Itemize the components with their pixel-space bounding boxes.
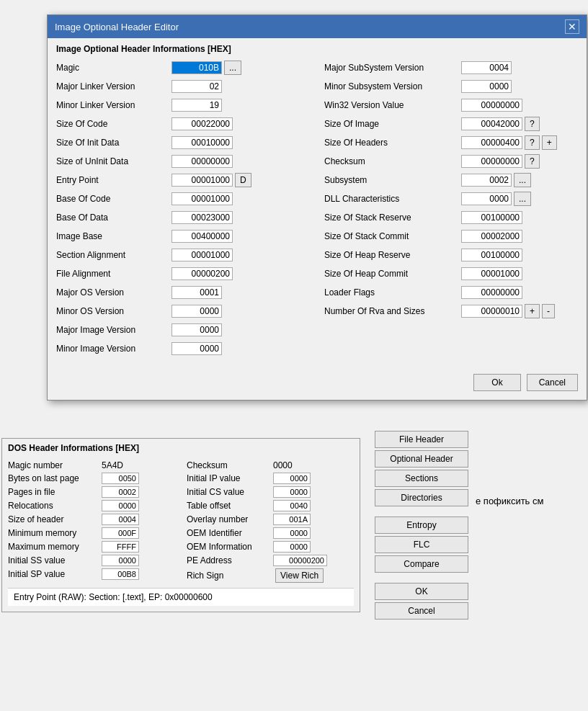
size-headers-plus-btn[interactable]: + <box>542 135 557 150</box>
dos-input-pe-address[interactable] <box>273 555 327 566</box>
input-major-subsys[interactable] <box>461 61 512 74</box>
dos-row-rich-sign: Rich Sign View Rich <box>187 568 354 583</box>
dos-input-size-header[interactable] <box>102 514 139 525</box>
dialog-footer: Ok Cancel <box>56 368 578 391</box>
dos-row-oem-id: OEM Identifier <box>187 527 354 539</box>
input-base-data[interactable] <box>172 211 233 224</box>
dll-chars-btn[interactable]: ... <box>514 192 531 206</box>
input-minor-subsys[interactable] <box>461 80 512 93</box>
dos-header-panel: DOS Header Informations [HEX] Magic numb… <box>1 438 360 612</box>
input-file-align[interactable] <box>172 267 233 280</box>
input-dll-chars[interactable] <box>461 192 512 205</box>
dos-input-table-offset[interactable] <box>273 500 311 511</box>
field-row-rva-sizes: Number Of Rva and Sizes + - <box>324 303 578 319</box>
magic-btn[interactable]: ... <box>224 61 241 75</box>
input-loader-flags[interactable] <box>461 286 522 299</box>
input-major-image[interactable] <box>172 323 222 336</box>
rva-sizes-plus-btn[interactable]: + <box>525 304 540 318</box>
entry-point-raw-label: Entry Point (RAW): <box>14 592 86 602</box>
field-row-minor-subsys: Minor Subsystem Version <box>324 79 578 94</box>
input-heap-commit[interactable] <box>461 267 522 280</box>
input-stack-commit[interactable] <box>461 230 522 243</box>
field-row-base-code: Base Of Code <box>56 191 310 207</box>
input-size-code[interactable] <box>172 117 233 130</box>
compare-button[interactable]: Compare <box>375 555 468 573</box>
input-image-base[interactable] <box>172 230 233 243</box>
field-row-entry-point: Entry Point D <box>56 172 310 188</box>
input-minor-os[interactable] <box>172 305 222 318</box>
dos-row-max-mem: Maximum memory <box>8 541 175 553</box>
field-row-size-init-data: Size Of Init Data <box>56 135 310 151</box>
dos-row-overlay: Overlay number <box>187 514 354 525</box>
main-dialog: Image Optional Header Editor ✕ Image Opt… <box>47 14 587 401</box>
right-nav-panel: File Header Optional Header Sections Dir… <box>360 429 483 622</box>
dos-input-initial-ss[interactable] <box>102 555 139 566</box>
field-row-stack-commit: Size Of Stack Commit <box>324 228 578 244</box>
input-base-code[interactable] <box>172 192 233 205</box>
dos-input-oem-info[interactable] <box>273 541 311 553</box>
entry-point-d-btn[interactable]: D <box>235 173 251 187</box>
dialog-close-button[interactable]: ✕ <box>565 19 579 34</box>
dos-input-initial-ip[interactable] <box>273 473 311 484</box>
dos-input-max-mem[interactable] <box>102 541 139 553</box>
dos-section-title: DOS Header Informations [HEX] <box>2 439 360 457</box>
dos-row-relocations: Relocations <box>8 500 175 511</box>
directories-button[interactable]: Directories <box>375 489 468 506</box>
input-size-headers[interactable] <box>461 136 522 149</box>
field-row-size-uninit-data: Size of UnInit Data <box>56 153 310 169</box>
input-size-uninit-data[interactable] <box>172 155 233 168</box>
dos-row-pages: Pages in file <box>8 486 175 498</box>
dos-input-overlay[interactable] <box>273 514 311 525</box>
ok-main-button[interactable]: OK <box>375 583 468 600</box>
input-checksum[interactable] <box>461 155 522 168</box>
input-heap-reserve[interactable] <box>461 249 522 261</box>
optional-header-button[interactable]: Optional Header <box>375 450 468 468</box>
field-row-base-data: Base Of Data <box>56 210 310 225</box>
subsystem-btn[interactable]: ... <box>514 173 531 187</box>
dos-row-initial-ip: Initial IP value <box>187 473 354 484</box>
entropy-button[interactable]: Entropy <box>375 517 468 534</box>
dos-row-pe-address: PE Address <box>187 555 354 566</box>
flc-button[interactable]: FLC <box>375 536 468 553</box>
dos-input-min-mem[interactable] <box>102 527 139 539</box>
view-rich-button[interactable]: View Rich <box>275 568 324 583</box>
dos-input-initial-cs[interactable] <box>273 486 311 498</box>
field-row-stack-reserve: Size Of Stack Reserve <box>324 210 578 225</box>
dos-input-pages[interactable] <box>102 486 139 498</box>
file-header-button[interactable]: File Header <box>375 431 468 448</box>
field-row-size-image: Size Of Image ? <box>324 116 578 132</box>
dos-row-checksum: Checksum 0000 <box>187 460 354 470</box>
input-stack-reserve[interactable] <box>461 211 522 224</box>
cancel-main-button[interactable]: Cancel <box>375 602 468 620</box>
input-major-os[interactable] <box>172 286 222 299</box>
field-row-size-headers: Size Of Headers ? + <box>324 135 578 151</box>
input-win32-ver[interactable] <box>461 99 522 112</box>
input-entry-point[interactable] <box>172 174 233 187</box>
input-major-linker[interactable] <box>172 80 222 93</box>
field-row-loader-flags: Loader Flags <box>324 285 578 300</box>
rva-sizes-minus-btn[interactable]: - <box>542 304 555 318</box>
dos-row-initial-ss: Initial SS value <box>8 555 175 566</box>
field-row-heap-reserve: Size Of Heap Reserve <box>324 247 578 263</box>
field-row-image-base: Image Base <box>56 228 310 244</box>
size-image-btn[interactable]: ? <box>525 117 540 131</box>
dos-input-relocations[interactable] <box>102 500 139 511</box>
input-minor-image[interactable] <box>172 342 222 355</box>
dos-row-initial-cs: Initial CS value <box>187 486 354 498</box>
dialog-cancel-button[interactable]: Cancel <box>527 374 578 391</box>
dos-input-initial-sp[interactable] <box>102 568 139 580</box>
dos-input-oem-id[interactable] <box>273 527 311 539</box>
input-minor-linker[interactable] <box>172 99 222 112</box>
sections-button[interactable]: Sections <box>375 470 468 487</box>
dialog-ok-button[interactable]: Ok <box>473 374 520 391</box>
input-section-align[interactable] <box>172 249 233 261</box>
entry-point-bar: Entry Point (RAW): Section: [.text], EP:… <box>8 588 354 606</box>
input-subsystem[interactable] <box>461 174 512 187</box>
input-magic[interactable] <box>172 61 222 74</box>
dos-input-bytes-last-page[interactable] <box>102 473 139 484</box>
input-size-image[interactable] <box>461 117 522 130</box>
size-headers-q-btn[interactable]: ? <box>525 135 540 150</box>
checksum-btn[interactable]: ? <box>525 154 540 169</box>
input-size-init-data[interactable] <box>172 136 233 149</box>
input-rva-sizes[interactable] <box>461 305 522 318</box>
